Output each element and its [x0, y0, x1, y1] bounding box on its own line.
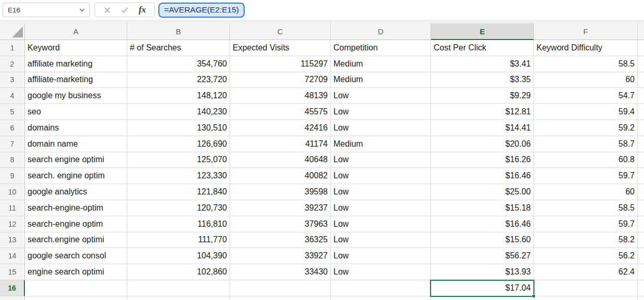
cell-competition[interactable]: Medium: [331, 56, 431, 72]
cell-visits[interactable]: 115297: [230, 56, 331, 72]
cell-competition[interactable]: Low: [331, 168, 431, 184]
cell-keyword[interactable]: search. engine optim: [25, 168, 127, 184]
formula-input[interactable]: =AVERAGE(E2:E15): [158, 3, 245, 18]
cell-visits[interactable]: 40082: [230, 168, 331, 184]
cell-searches[interactable]: 121,840: [127, 184, 230, 200]
cell-cpc[interactable]: $56.27: [431, 248, 534, 264]
row-header[interactable]: 2: [0, 56, 25, 72]
cell-competition[interactable]: Low: [331, 264, 431, 280]
cell-searches[interactable]: 354,760: [127, 56, 230, 72]
cell-difficulty[interactable]: 59.7: [534, 216, 638, 232]
cell-c16-empty[interactable]: [230, 280, 331, 296]
cell-visits[interactable]: 39237: [230, 200, 331, 216]
cell-searches[interactable]: 130,510: [127, 120, 230, 136]
cell-difficulty[interactable]: 58.5: [534, 200, 638, 216]
cell-visits[interactable]: 37963: [230, 216, 331, 232]
row-header[interactable]: 14: [0, 248, 25, 264]
cell-competition[interactable]: Medium: [331, 136, 431, 152]
cell-cpc[interactable]: $14.41: [431, 120, 534, 136]
cell-searches[interactable]: 126,690: [127, 136, 230, 152]
cell-visits[interactable]: 41174: [230, 136, 331, 152]
cell-b17-partial[interactable]: [127, 296, 230, 300]
cell-keyword[interactable]: domains: [25, 120, 127, 136]
cell-cpc[interactable]: $13.93: [431, 264, 534, 280]
cell-cpc[interactable]: $20.06: [431, 136, 534, 152]
select-all-corner[interactable]: [0, 23, 25, 40]
cell-keyword[interactable]: search engine optimi: [25, 152, 127, 168]
cell-difficulty[interactable]: 60: [534, 72, 638, 88]
cell-visits[interactable]: 72709: [230, 72, 331, 88]
cell-c17-partial[interactable]: [230, 296, 331, 300]
row-header[interactable]: 3: [0, 72, 25, 88]
cell-a1-keyword-title[interactable]: Keyword: [25, 40, 127, 56]
cell-competition[interactable]: Low: [331, 120, 431, 136]
chevron-down-icon[interactable]: [79, 8, 85, 12]
row-header[interactable]: 10: [0, 184, 25, 200]
cell-searches[interactable]: 223,720: [127, 72, 230, 88]
cell-competition[interactable]: Low: [331, 104, 431, 120]
cell-d1-competition-title[interactable]: Competition: [331, 40, 431, 56]
cell-c1-visits-title[interactable]: Expected Visits: [230, 40, 331, 56]
cell-a17-partial[interactable]: [25, 296, 127, 300]
cell-difficulty[interactable]: 59.4: [534, 104, 638, 120]
name-box[interactable]: E16: [3, 3, 90, 17]
row-header[interactable]: 6: [0, 120, 25, 136]
column-header-e-selected[interactable]: E: [431, 23, 534, 40]
cell-competition[interactable]: Medium: [331, 72, 431, 88]
cell-difficulty[interactable]: 58.7: [534, 136, 638, 152]
cell-searches[interactable]: 123,330: [127, 168, 230, 184]
cell-cpc[interactable]: $15.18: [431, 200, 534, 216]
cell-visits[interactable]: 33430: [230, 264, 331, 280]
column-header-f[interactable]: F: [534, 23, 638, 40]
column-header-d[interactable]: D: [331, 23, 431, 40]
cell-difficulty[interactable]: 56.2: [534, 248, 638, 264]
cell-f16-empty[interactable]: [534, 280, 638, 296]
cell-keyword[interactable]: domain name: [25, 136, 127, 152]
cell-keyword[interactable]: google search consol: [25, 248, 127, 264]
cell-cpc[interactable]: $16.46: [431, 216, 534, 232]
cell-searches[interactable]: 116,810: [127, 216, 230, 232]
cell-keyword[interactable]: google my business: [25, 88, 127, 104]
cell-cpc[interactable]: $25.00: [431, 184, 534, 200]
cell-visits[interactable]: 48139: [230, 88, 331, 104]
cell-keyword[interactable]: search-engine-optim: [25, 200, 127, 216]
cell-f17-partial[interactable]: [534, 296, 638, 300]
cell-keyword[interactable]: google analytics: [25, 184, 127, 200]
cell-difficulty[interactable]: 58.2: [534, 232, 638, 249]
row-header[interactable]: 11: [0, 200, 25, 216]
cell-keyword[interactable]: search-engine optim: [25, 216, 127, 232]
cell-keyword[interactable]: affiliate-marketing: [25, 72, 127, 88]
cell-searches[interactable]: 125,070: [127, 152, 230, 168]
cell-cpc[interactable]: $15.60: [431, 232, 534, 249]
row-header[interactable]: 5: [0, 104, 25, 120]
cell-competition[interactable]: Low: [331, 184, 431, 200]
row-header[interactable]: 15: [0, 264, 25, 280]
row-header[interactable]: 8: [0, 152, 25, 168]
cell-searches[interactable]: 120,730: [127, 200, 230, 216]
cell-keyword[interactable]: search.engine optimi: [25, 232, 127, 249]
cell-f1-difficulty-title[interactable]: Keyword Difficulty: [534, 40, 638, 56]
cell-cpc[interactable]: $3.41: [431, 56, 534, 72]
cell-difficulty[interactable]: 60: [534, 184, 638, 200]
cell-searches[interactable]: 104,390: [127, 248, 230, 264]
cell-cpc[interactable]: $16.26: [431, 152, 534, 168]
cell-e16-average-selected[interactable]: $17.04: [431, 280, 534, 296]
cell-visits[interactable]: 39598: [230, 184, 331, 200]
cell-a16-empty[interactable]: [25, 280, 127, 296]
cell-difficulty[interactable]: 60.8: [534, 152, 638, 168]
row-header[interactable]: 9: [0, 168, 25, 184]
row-header-16-selected[interactable]: 16: [0, 280, 25, 296]
cell-competition[interactable]: Low: [331, 200, 431, 216]
cell-difficulty[interactable]: 54.7: [534, 88, 638, 104]
cell-competition[interactable]: Low: [331, 88, 431, 104]
row-header[interactable]: 12: [0, 216, 25, 232]
row-header-17-partial[interactable]: [0, 296, 25, 300]
cell-keyword[interactable]: engine search optimi: [25, 264, 127, 280]
insert-function-button[interactable]: fx: [133, 3, 151, 17]
cell-visits[interactable]: 45575: [230, 104, 331, 120]
cell-keyword[interactable]: seo: [25, 104, 127, 120]
row-header-1[interactable]: 1: [0, 40, 25, 56]
column-header-a[interactable]: A: [25, 23, 127, 40]
cell-competition[interactable]: Low: [331, 152, 431, 168]
column-header-c[interactable]: C: [230, 23, 331, 40]
